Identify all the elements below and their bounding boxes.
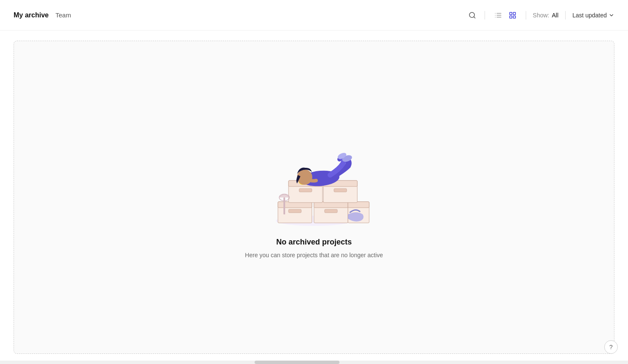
team-nav-item[interactable]: Team: [56, 11, 71, 19]
empty-subtitle: Here you can store projects that are no …: [245, 252, 383, 258]
show-filter[interactable]: Show: All: [533, 12, 558, 19]
search-icon: [468, 11, 476, 19]
search-button[interactable]: [467, 10, 478, 21]
show-value: All: [552, 12, 558, 19]
empty-state: ✦: [245, 136, 383, 258]
svg-rect-23: [299, 189, 312, 192]
svg-rect-11: [513, 16, 515, 18]
header-right: Show: All Last updated: [467, 10, 614, 21]
chevron-down-icon: [608, 12, 614, 18]
main-content: ✦: [0, 31, 628, 364]
empty-title: No archived projects: [276, 238, 352, 247]
content-box: ✦: [14, 41, 614, 354]
header-left: My archive Team: [14, 11, 71, 19]
grid-view-icon: [509, 11, 516, 19]
svg-rect-26: [334, 189, 347, 192]
page-title: My archive: [14, 11, 49, 19]
grid-view-button[interactable]: [506, 10, 519, 21]
show-label: Show:: [533, 12, 550, 19]
svg-rect-18: [325, 209, 337, 213]
view-toggle: [492, 10, 519, 21]
header: My archive Team: [0, 0, 628, 31]
help-label: ?: [609, 344, 613, 350]
svg-rect-10: [510, 16, 512, 18]
svg-line-1: [474, 17, 475, 18]
divider-1: [485, 11, 485, 19]
list-view-button[interactable]: [492, 10, 505, 21]
scrollbar-thumb[interactable]: [255, 361, 339, 364]
sort-label: Last updated: [572, 12, 607, 19]
divider-2: [526, 11, 526, 19]
svg-rect-8: [510, 12, 512, 14]
divider-3: [565, 11, 566, 19]
list-view-icon: [494, 11, 502, 19]
bottom-scrollbar[interactable]: [0, 361, 628, 364]
empty-illustration: ✦: [255, 136, 373, 229]
sort-button[interactable]: Last updated: [572, 12, 614, 19]
svg-rect-15: [289, 209, 301, 213]
help-button[interactable]: ?: [604, 340, 618, 354]
svg-rect-33: [283, 197, 285, 214]
svg-rect-9: [513, 12, 515, 14]
